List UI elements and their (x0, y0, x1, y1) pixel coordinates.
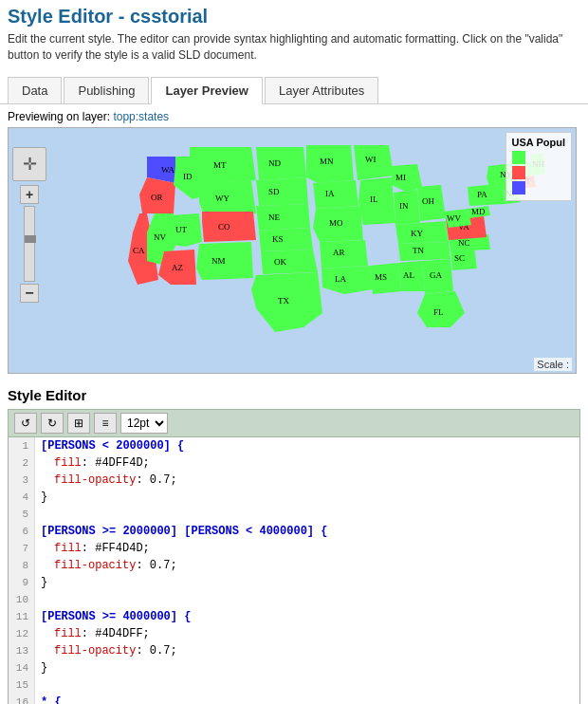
zoom-out-button[interactable]: − (20, 284, 39, 303)
state-NE[interactable] (256, 204, 310, 231)
format-button[interactable]: ⊞ (67, 413, 90, 434)
legend-item-3 (512, 181, 565, 195)
code-line-16: 16 * { (9, 694, 579, 704)
code-line-1: 1 [PERSONS < 2000000] { (9, 437, 579, 454)
nav-controls: ✛ + − (12, 147, 46, 303)
redo-button[interactable]: ↻ (41, 413, 64, 434)
code-line-11: 11 [PERSONS >= 4000000] { (9, 608, 579, 625)
tab-layer-attributes[interactable]: Layer Attributes (265, 77, 378, 103)
svg-text:AR: AR (333, 248, 345, 257)
code-line-12: 12 fill: #4D4DFF; (9, 625, 579, 642)
svg-text:FL: FL (433, 307, 444, 317)
legend-color-2 (512, 166, 525, 179)
svg-text:CA: CA (133, 246, 145, 255)
tab-data[interactable]: Data (8, 77, 62, 103)
svg-text:KY: KY (411, 229, 423, 238)
zoom-slider-track (24, 206, 35, 282)
code-line-8: 8 fill-opacity: 0.7; (9, 557, 579, 574)
svg-text:TX: TX (278, 296, 289, 306)
state-IA[interactable] (313, 180, 358, 209)
svg-text:IL: IL (370, 195, 378, 204)
state-TN[interactable] (398, 242, 450, 261)
editor-toolbar: ↺ ↻ ⊞ ≡ 12pt 10pt 14pt (8, 409, 580, 437)
svg-text:SC: SC (454, 253, 465, 263)
code-line-9: 9 } (9, 574, 579, 591)
legend-item-2 (512, 166, 565, 179)
svg-text:IA: IA (325, 189, 335, 198)
svg-text:OK: OK (274, 257, 286, 267)
code-line-4: 4 } (9, 489, 579, 506)
code-editor[interactable]: 1 [PERSONS < 2000000] { 2 fill: #4DFF4D;… (8, 437, 580, 704)
page-title: Style Editor - csstorial (8, 6, 580, 28)
svg-text:MS: MS (375, 272, 387, 282)
svg-text:UT: UT (175, 225, 187, 234)
svg-text:WA: WA (161, 165, 175, 175)
legend-item-1 (512, 151, 565, 164)
code-line-13: 13 fill-opacity: 0.7; (9, 642, 579, 659)
svg-text:LA: LA (335, 274, 346, 284)
svg-text:NM: NM (211, 256, 226, 266)
style-editor-title: Style Editor (8, 387, 580, 403)
tabs-bar: Data Publishing Layer Preview Layer Attr… (0, 77, 588, 104)
svg-text:ID: ID (183, 172, 193, 181)
code-line-6: 6 [PERSONS >= 2000000] [PERSONS < 400000… (9, 523, 579, 540)
svg-text:MN: MN (320, 157, 334, 166)
page-description: Edit the current style. The editor can p… (8, 31, 580, 64)
scale-indicator: Scale : (534, 358, 572, 371)
svg-text:WV: WV (447, 213, 461, 223)
map-container: ✛ + − USA Popul (8, 127, 577, 374)
svg-text:MD: MD (471, 207, 486, 216)
usa-map-svg: WA OR CA ID NV MT WY (52, 128, 574, 374)
svg-text:IN: IN (399, 201, 409, 211)
svg-text:ND: ND (268, 158, 281, 168)
svg-text:OR: OR (151, 193, 163, 202)
svg-text:OH: OH (422, 196, 434, 206)
zoom-slider-thumb[interactable] (25, 235, 36, 243)
legend: USA Popul (505, 132, 572, 201)
previewing-label: Previewing on layer: topp:states (8, 110, 580, 123)
tab-layer-preview[interactable]: Layer Preview (151, 77, 262, 104)
svg-text:KS: KS (272, 234, 284, 244)
state-KS[interactable] (259, 228, 313, 251)
style-editor-section: Style Editor ↺ ↻ ⊞ ≡ 12pt 10pt 14pt 1 [P… (0, 380, 588, 704)
svg-text:PA: PA (477, 190, 487, 199)
code-line-15: 15 (9, 676, 579, 694)
state-ND[interactable] (256, 147, 306, 180)
svg-text:MI: MI (395, 173, 406, 182)
options-button[interactable]: ≡ (94, 413, 117, 434)
svg-text:MT: MT (213, 160, 227, 170)
code-line-5: 5 (9, 506, 579, 523)
svg-text:AZ: AZ (172, 263, 183, 272)
state-OK[interactable] (261, 250, 318, 274)
svg-text:NC: NC (458, 238, 470, 248)
svg-text:GA: GA (430, 270, 442, 280)
map-svg-area: WA OR CA ID NV MT WY (52, 128, 576, 373)
preview-section: Previewing on layer: topp:states ✛ + − U… (0, 104, 588, 380)
svg-text:AL: AL (403, 270, 414, 280)
svg-text:WI: WI (365, 155, 377, 164)
code-line-7: 7 fill: #FF4D4D; (9, 540, 579, 557)
pan-control[interactable]: ✛ (12, 147, 46, 181)
code-line-10: 10 (9, 591, 579, 608)
layer-link[interactable]: topp:states (113, 110, 169, 123)
svg-text:NV: NV (154, 232, 166, 242)
undo-button[interactable]: ↺ (14, 413, 37, 434)
code-line-2: 2 fill: #4DFF4D; (9, 454, 579, 472)
legend-color-1 (512, 151, 525, 164)
code-line-14: 14 } (9, 659, 579, 676)
page-header: Style Editor - csstorial Edit the curren… (0, 0, 588, 67)
code-line-3: 3 fill-opacity: 0.7; (9, 472, 579, 489)
tab-publishing[interactable]: Publishing (64, 77, 149, 103)
legend-title: USA Popul (512, 137, 565, 148)
svg-text:NE: NE (268, 213, 280, 222)
svg-text:TN: TN (413, 246, 424, 255)
svg-text:MO: MO (329, 218, 343, 228)
zoom-in-button[interactable]: + (20, 185, 39, 204)
svg-text:WY: WY (215, 194, 230, 203)
legend-color-3 (512, 181, 525, 195)
state-SD[interactable] (256, 177, 308, 206)
font-size-select[interactable]: 12pt 10pt 14pt (120, 413, 168, 434)
svg-text:CO: CO (218, 222, 230, 232)
svg-text:SD: SD (268, 187, 280, 196)
